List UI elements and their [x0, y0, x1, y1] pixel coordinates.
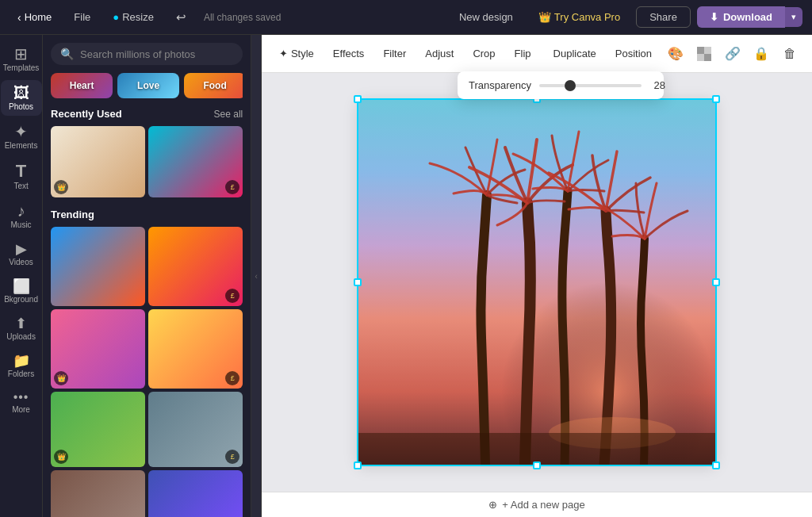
checkerboard-icon	[697, 47, 711, 61]
icon-sidebar: ⊞ Templates 🖼 Photos ✦ Elements T Text ♪…	[0, 35, 43, 517]
crown-badge: 👑	[54, 450, 68, 464]
list-item[interactable]: £	[148, 227, 243, 306]
filter-button[interactable]: Filter	[375, 44, 414, 63]
transparency-popup: Transparency 28	[458, 71, 664, 99]
sidebar-item-background[interactable]: ⬜ Bkground	[1, 274, 42, 308]
see-all-link[interactable]: See all	[214, 109, 243, 120]
sidebar-item-more[interactable]: ••• More	[1, 386, 42, 419]
recently-used-header: Recently Used See all	[51, 108, 243, 120]
canvas-background	[358, 100, 715, 465]
sidebar-item-elements[interactable]: ✦ Elements	[1, 119, 42, 155]
resize-handle-bl[interactable]	[354, 461, 362, 469]
main-layout: ⊞ Templates 🖼 Photos ✦ Elements T Text ♪…	[0, 35, 812, 517]
transparency-value: 28	[649, 79, 665, 91]
category-food[interactable]: Food	[184, 73, 243, 98]
adjust-button[interactable]: Adjust	[417, 44, 462, 63]
paint-icon: 🎨	[668, 46, 684, 61]
more-icon: •••	[13, 391, 29, 404]
svg-rect-6	[358, 100, 715, 465]
trending-header: Trending	[51, 209, 243, 220]
elements-icon: ✦	[14, 124, 28, 140]
share-button[interactable]: Share	[636, 6, 691, 28]
link-button[interactable]: 🔗	[720, 41, 745, 67]
position-button[interactable]: Position	[607, 44, 660, 63]
pro-badge: £	[225, 450, 239, 464]
search-icon: 🔍	[60, 48, 74, 60]
sidebar-item-uploads[interactable]: ⬆ Uploads	[1, 312, 42, 346]
sidebar-item-templates[interactable]: ⊞ Templates	[1, 41, 42, 77]
trending-grid: £ 👑 £ 👑 £ 👑 £	[51, 227, 243, 517]
list-item[interactable]: 👑	[51, 470, 145, 517]
category-food-label: Food	[203, 80, 226, 91]
home-button[interactable]: ‹ Home	[10, 8, 59, 27]
category-love[interactable]: Love	[117, 73, 179, 98]
download-button[interactable]: ⬇ Download	[697, 6, 785, 28]
resize-handle-tr[interactable]	[712, 95, 720, 103]
sidebar-item-folders[interactable]: 📁 Folders	[1, 349, 42, 383]
delete-button[interactable]: 🗑	[777, 41, 802, 67]
checkerboard-button[interactable]	[691, 41, 717, 67]
transparency-slider[interactable]	[539, 84, 642, 87]
list-item[interactable]: £	[148, 470, 243, 517]
crown-badge: 👑	[54, 371, 68, 385]
resize-dot-icon: ●	[113, 11, 119, 23]
list-item[interactable]: £	[148, 392, 243, 467]
download-icon: ⬇	[710, 11, 718, 23]
list-item[interactable]	[51, 227, 145, 306]
undo-icon: ↩	[176, 10, 186, 25]
sidebar-item-videos[interactable]: ▶ Videos	[1, 237, 42, 271]
pro-badge: £	[225, 289, 239, 303]
canvas-frame[interactable]: ↻	[358, 100, 715, 465]
undo-button[interactable]: ↩	[168, 7, 194, 28]
flip-button[interactable]: Flip	[507, 44, 539, 63]
resize-handle-tl[interactable]	[354, 95, 362, 103]
background-icon: ⬜	[13, 279, 30, 293]
crop-button[interactable]: Crop	[465, 44, 503, 63]
sidebar-item-photos[interactable]: 🖼 Photos	[1, 80, 42, 116]
transparency-label: Transparency	[469, 79, 531, 91]
resize-handle-mr[interactable]	[712, 278, 720, 286]
resize-button[interactable]: ● Resize	[105, 8, 162, 26]
add-page-icon: ⊕	[488, 499, 497, 511]
resize-handle-bm[interactable]	[533, 461, 541, 469]
canvas-workspace: ↻	[262, 73, 812, 492]
collapse-icon: ‹	[255, 272, 257, 281]
panel-collapse-handle[interactable]: ‹	[251, 35, 262, 517]
list-item[interactable]: £	[148, 309, 243, 389]
list-item[interactable]: £	[148, 126, 243, 197]
toolbar-right-icons: 🎨 🔗 🔒 🗑	[663, 41, 802, 67]
category-row: Heart Love Food ›	[51, 73, 243, 98]
resize-handle-br[interactable]	[712, 461, 720, 469]
category-heart-label: Heart	[70, 80, 94, 91]
style-icon: ✦	[279, 48, 288, 59]
list-item[interactable]: 👑	[51, 126, 145, 197]
crown-badge: 👑	[54, 180, 68, 194]
new-design-button[interactable]: New design	[450, 8, 523, 26]
category-love-label: Love	[137, 80, 159, 91]
text-icon: T	[16, 163, 26, 180]
sidebar-item-music[interactable]: ♪ Music	[1, 198, 42, 234]
try-pro-button[interactable]: 👑 Try Canva Pro	[529, 8, 630, 26]
search-input[interactable]	[80, 48, 233, 60]
folders-icon: 📁	[13, 354, 30, 368]
file-button[interactable]: File	[66, 8, 98, 26]
lock-button[interactable]: 🔒	[749, 41, 774, 67]
chevron-left-icon: ‹	[17, 11, 21, 24]
category-heart[interactable]: Heart	[51, 73, 113, 98]
list-item[interactable]: 👑	[51, 309, 145, 389]
effects-button[interactable]: Effects	[325, 44, 373, 63]
add-page-bar[interactable]: ⊕ + Add a new page	[262, 492, 812, 517]
list-item[interactable]: 👑	[51, 392, 145, 467]
style-button[interactable]: ✦ Style	[271, 44, 322, 63]
sidebar-item-text[interactable]: T Text	[1, 158, 42, 195]
search-box: 🔍	[51, 43, 243, 65]
resize-handle-ml[interactable]	[354, 278, 362, 286]
pro-badge: £	[225, 180, 239, 194]
paint-icon-button[interactable]: 🎨	[663, 41, 688, 67]
canvas-area: ✦ Style Effects Filter Adjust Crop Flip …	[262, 35, 812, 517]
link-icon: 🔗	[725, 46, 741, 61]
download-dropdown-button[interactable]: ▾	[785, 7, 802, 27]
duplicate-button[interactable]: Duplicate	[546, 44, 604, 63]
svg-rect-0	[697, 47, 704, 54]
crown-icon: 👑	[538, 11, 551, 23]
